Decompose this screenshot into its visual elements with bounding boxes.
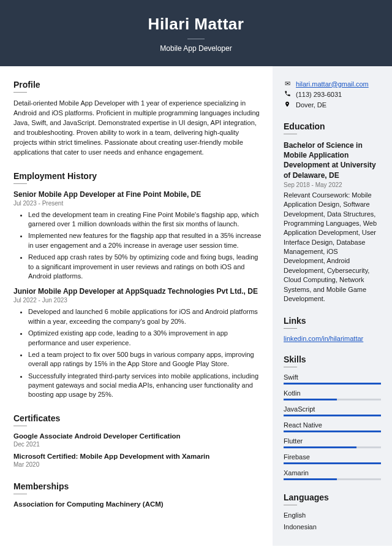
person-name: Hilari Mattar: [0, 15, 392, 34]
skill-bar: [284, 383, 381, 385]
links-heading: Links: [284, 316, 381, 326]
job-bullet: Optimized existing app code, leading to …: [28, 329, 262, 348]
skill-entry: Kotlin: [284, 389, 381, 400]
employment-heading: Employment History: [13, 171, 262, 181]
contact-phone-row: (113) 293-6031: [284, 90, 381, 98]
email-link[interactable]: hilari.mattar@gmail.com: [296, 80, 369, 88]
languages-heading: Languages: [284, 492, 381, 502]
skill-name: Kotlin: [284, 389, 381, 397]
skill-entry: Firebase: [284, 453, 381, 464]
education-heading: Education: [284, 121, 381, 131]
section-divider: [13, 183, 27, 184]
job-bullet: Reduced app crash rates by 50% by optimi…: [28, 253, 262, 281]
skill-bar-fill: [284, 446, 356, 448]
section-divider: [13, 494, 27, 494]
sidebar-column: ✉ hilari.mattar@gmail.com (113) 293-6031…: [273, 66, 392, 546]
job-title-subtitle: Mobile App Developer: [0, 44, 392, 53]
skill-bar: [284, 415, 381, 416]
section-divider: [284, 134, 297, 134]
skill-bar: [284, 399, 381, 400]
job-bullet: Led a team project to fix over 500 bugs …: [28, 350, 262, 369]
skill-entry: Flutter: [284, 437, 381, 448]
contact-location-row: Dover, DE: [284, 101, 381, 109]
location-icon: [284, 101, 291, 109]
job-entry: Senior Mobile App Developer at Fine Poin…: [13, 190, 262, 281]
skill-name: React Native: [284, 421, 381, 429]
job-bullet: Led the development team in creating Fin…: [28, 210, 262, 229]
memberships-heading: Memberships: [13, 481, 262, 491]
education-degree: Bachelor of Science in Mobile Applicatio…: [284, 140, 381, 180]
skill-entry: React Native: [284, 421, 381, 432]
job-dates: Jul 2022 - Jun 2023: [13, 297, 262, 304]
certificate-title: Microsoft Certified: Mobile App Developm…: [13, 453, 262, 460]
skill-bar-fill: [284, 431, 381, 432]
contact-email-row: ✉ hilari.mattar@gmail.com: [284, 80, 381, 88]
skill-name: Flutter: [284, 437, 381, 445]
linkedin-link[interactable]: linkedin.com/in/hilarimattar: [284, 335, 381, 342]
section-divider: [13, 92, 27, 93]
section-divider: [284, 328, 297, 329]
job-bullets: Developed and launched 6 mobile applicat…: [13, 307, 262, 400]
education-desc: Relevant Coursework: Mobile Application …: [284, 191, 381, 304]
job-bullets: Led the development team in creating Fin…: [13, 210, 262, 281]
job-dates: Jul 2023 - Present: [13, 200, 262, 207]
job-title: Junior Mobile App Developer at AppSquadz…: [13, 287, 262, 296]
email-icon: ✉: [284, 80, 291, 88]
phone-text: (113) 293-6031: [296, 91, 342, 98]
skill-bar: [284, 446, 381, 448]
skill-entry: JavaScript: [284, 405, 381, 416]
certificate-date: Dec 2021: [13, 441, 262, 448]
certificate-date: Mar 2020: [13, 461, 262, 468]
skill-name: JavaScript: [284, 405, 381, 413]
skill-bar: [284, 431, 381, 432]
skill-bar-fill: [284, 478, 337, 480]
profile-heading: Profile: [13, 80, 262, 90]
job-bullet: Developed and launched 6 mobile applicat…: [28, 307, 262, 326]
certificate-entry: Microsoft Certified: Mobile App Developm…: [13, 453, 262, 468]
education-dates: Sep 2018 - May 2022: [284, 182, 381, 188]
language-item: English: [284, 511, 381, 519]
job-bullet: Successfully integrated third-party serv…: [28, 372, 262, 400]
skill-bar-fill: [284, 399, 337, 400]
skill-name: Firebase: [284, 453, 381, 461]
phone-icon: [284, 90, 291, 98]
certificate-title: Google Associate Android Developer Certi…: [13, 432, 262, 440]
language-item: Indonesian: [284, 523, 381, 530]
skill-entry: Swift: [284, 373, 381, 385]
job-title: Senior Mobile App Developer at Fine Poin…: [13, 190, 262, 199]
header-divider: [187, 39, 205, 39]
section-divider: [284, 505, 297, 505]
skill-name: Xamarin: [284, 469, 381, 477]
profile-text: Detail-oriented Mobile App Developer wit…: [13, 99, 262, 158]
resume-header: Hilari Mattar Mobile App Developer: [0, 0, 392, 66]
skill-bar: [284, 462, 381, 464]
job-bullet: Implemented new features for the flagshi…: [28, 231, 262, 250]
certificates-heading: Certificates: [13, 413, 262, 423]
certificate-entry: Google Associate Android Developer Certi…: [13, 432, 262, 448]
skill-bar-fill: [284, 415, 381, 416]
main-column: Profile Detail-oriented Mobile App Devel…: [0, 66, 273, 546]
skill-name: Swift: [284, 373, 381, 381]
section-divider: [284, 367, 297, 367]
membership-title: Association for Computing Machinery (ACM…: [13, 500, 262, 508]
skill-entry: Xamarin: [284, 469, 381, 480]
section-divider: [13, 426, 27, 426]
job-entry: Junior Mobile App Developer at AppSquadz…: [13, 287, 262, 400]
location-text: Dover, DE: [296, 101, 326, 109]
skill-bar: [284, 478, 381, 480]
skills-heading: Skills: [284, 354, 381, 364]
skill-bar-fill: [284, 383, 381, 385]
skill-bar-fill: [284, 462, 381, 464]
